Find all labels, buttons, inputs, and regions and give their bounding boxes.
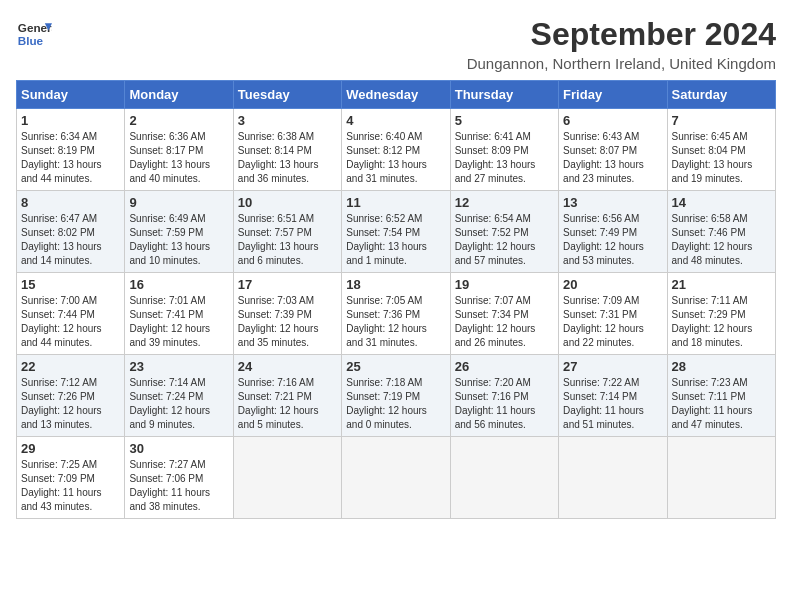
day-number: 13: [563, 195, 662, 210]
sunset-label: Sunset: 7:49 PM: [563, 227, 637, 238]
table-row: 18 Sunrise: 7:05 AM Sunset: 7:36 PM Dayl…: [342, 273, 450, 355]
calendar-week-row: 29 Sunrise: 7:25 AM Sunset: 7:09 PM Dayl…: [17, 437, 776, 519]
col-saturday: Saturday: [667, 81, 775, 109]
day-info: Sunrise: 6:45 AM Sunset: 8:04 PM Dayligh…: [672, 130, 771, 186]
sunrise-label: Sunrise: 7:01 AM: [129, 295, 205, 306]
calendar-body: 1 Sunrise: 6:34 AM Sunset: 8:19 PM Dayli…: [17, 109, 776, 519]
sunset-label: Sunset: 7:29 PM: [672, 309, 746, 320]
table-row: 2 Sunrise: 6:36 AM Sunset: 8:17 PM Dayli…: [125, 109, 233, 191]
daylight-label: Daylight: 12 hours and 48 minutes.: [672, 241, 753, 266]
day-number: 25: [346, 359, 445, 374]
day-info: Sunrise: 6:47 AM Sunset: 8:02 PM Dayligh…: [21, 212, 120, 268]
sunrise-label: Sunrise: 6:54 AM: [455, 213, 531, 224]
day-number: 9: [129, 195, 228, 210]
day-info: Sunrise: 7:22 AM Sunset: 7:14 PM Dayligh…: [563, 376, 662, 432]
sunrise-label: Sunrise: 6:36 AM: [129, 131, 205, 142]
sunset-label: Sunset: 7:11 PM: [672, 391, 746, 402]
daylight-label: Daylight: 13 hours and 44 minutes.: [21, 159, 102, 184]
day-number: 26: [455, 359, 554, 374]
daylight-label: Daylight: 11 hours and 38 minutes.: [129, 487, 210, 512]
day-info: Sunrise: 7:12 AM Sunset: 7:26 PM Dayligh…: [21, 376, 120, 432]
sunrise-label: Sunrise: 7:09 AM: [563, 295, 639, 306]
sunset-label: Sunset: 7:54 PM: [346, 227, 420, 238]
sunrise-label: Sunrise: 7:12 AM: [21, 377, 97, 388]
daylight-label: Daylight: 12 hours and 53 minutes.: [563, 241, 644, 266]
day-info: Sunrise: 6:58 AM Sunset: 7:46 PM Dayligh…: [672, 212, 771, 268]
sunrise-label: Sunrise: 7:03 AM: [238, 295, 314, 306]
logo-icon: General Blue: [16, 16, 52, 52]
logo: General Blue: [16, 16, 52, 52]
sunrise-label: Sunrise: 7:14 AM: [129, 377, 205, 388]
sunrise-label: Sunrise: 6:47 AM: [21, 213, 97, 224]
daylight-label: Daylight: 13 hours and 27 minutes.: [455, 159, 536, 184]
daylight-label: Daylight: 13 hours and 36 minutes.: [238, 159, 319, 184]
table-row: 29 Sunrise: 7:25 AM Sunset: 7:09 PM Dayl…: [17, 437, 125, 519]
sunset-label: Sunset: 8:02 PM: [21, 227, 95, 238]
day-info: Sunrise: 7:14 AM Sunset: 7:24 PM Dayligh…: [129, 376, 228, 432]
day-number: 18: [346, 277, 445, 292]
table-row: 26 Sunrise: 7:20 AM Sunset: 7:16 PM Dayl…: [450, 355, 558, 437]
sunset-label: Sunset: 8:17 PM: [129, 145, 203, 156]
day-info: Sunrise: 7:01 AM Sunset: 7:41 PM Dayligh…: [129, 294, 228, 350]
day-number: 29: [21, 441, 120, 456]
header-row: Sunday Monday Tuesday Wednesday Thursday…: [17, 81, 776, 109]
title-area: September 2024 Dungannon, Northern Irela…: [467, 16, 776, 72]
daylight-label: Daylight: 13 hours and 6 minutes.: [238, 241, 319, 266]
table-row: 15 Sunrise: 7:00 AM Sunset: 7:44 PM Dayl…: [17, 273, 125, 355]
table-row: 9 Sunrise: 6:49 AM Sunset: 7:59 PM Dayli…: [125, 191, 233, 273]
day-number: 14: [672, 195, 771, 210]
table-row: 19 Sunrise: 7:07 AM Sunset: 7:34 PM Dayl…: [450, 273, 558, 355]
sunrise-label: Sunrise: 7:00 AM: [21, 295, 97, 306]
table-row: 17 Sunrise: 7:03 AM Sunset: 7:39 PM Dayl…: [233, 273, 341, 355]
daylight-label: Daylight: 12 hours and 13 minutes.: [21, 405, 102, 430]
sunset-label: Sunset: 8:14 PM: [238, 145, 312, 156]
table-row: 20 Sunrise: 7:09 AM Sunset: 7:31 PM Dayl…: [559, 273, 667, 355]
daylight-label: Daylight: 12 hours and 0 minutes.: [346, 405, 427, 430]
daylight-label: Daylight: 13 hours and 40 minutes.: [129, 159, 210, 184]
sunset-label: Sunset: 7:31 PM: [563, 309, 637, 320]
daylight-label: Daylight: 12 hours and 44 minutes.: [21, 323, 102, 348]
sunrise-label: Sunrise: 6:40 AM: [346, 131, 422, 142]
day-number: 24: [238, 359, 337, 374]
day-number: 28: [672, 359, 771, 374]
day-number: 30: [129, 441, 228, 456]
table-row: 12 Sunrise: 6:54 AM Sunset: 7:52 PM Dayl…: [450, 191, 558, 273]
table-row: 25 Sunrise: 7:18 AM Sunset: 7:19 PM Dayl…: [342, 355, 450, 437]
sunset-label: Sunset: 7:34 PM: [455, 309, 529, 320]
daylight-label: Daylight: 13 hours and 14 minutes.: [21, 241, 102, 266]
sunrise-label: Sunrise: 6:51 AM: [238, 213, 314, 224]
sunrise-label: Sunrise: 6:34 AM: [21, 131, 97, 142]
sunrise-label: Sunrise: 7:18 AM: [346, 377, 422, 388]
calendar-header: Sunday Monday Tuesday Wednesday Thursday…: [17, 81, 776, 109]
day-number: 2: [129, 113, 228, 128]
sunset-label: Sunset: 7:06 PM: [129, 473, 203, 484]
day-info: Sunrise: 6:49 AM Sunset: 7:59 PM Dayligh…: [129, 212, 228, 268]
table-row: 11 Sunrise: 6:52 AM Sunset: 7:54 PM Dayl…: [342, 191, 450, 273]
day-number: 8: [21, 195, 120, 210]
daylight-label: Daylight: 12 hours and 22 minutes.: [563, 323, 644, 348]
sunset-label: Sunset: 7:41 PM: [129, 309, 203, 320]
table-row: 27 Sunrise: 7:22 AM Sunset: 7:14 PM Dayl…: [559, 355, 667, 437]
col-wednesday: Wednesday: [342, 81, 450, 109]
daylight-label: Daylight: 11 hours and 43 minutes.: [21, 487, 102, 512]
day-number: 27: [563, 359, 662, 374]
col-sunday: Sunday: [17, 81, 125, 109]
sunset-label: Sunset: 7:36 PM: [346, 309, 420, 320]
day-info: Sunrise: 7:07 AM Sunset: 7:34 PM Dayligh…: [455, 294, 554, 350]
daylight-label: Daylight: 12 hours and 39 minutes.: [129, 323, 210, 348]
table-row: 13 Sunrise: 6:56 AM Sunset: 7:49 PM Dayl…: [559, 191, 667, 273]
sunset-label: Sunset: 8:19 PM: [21, 145, 95, 156]
calendar-table: Sunday Monday Tuesday Wednesday Thursday…: [16, 80, 776, 519]
day-number: 23: [129, 359, 228, 374]
daylight-label: Daylight: 13 hours and 23 minutes.: [563, 159, 644, 184]
location-subtitle: Dungannon, Northern Ireland, United King…: [467, 55, 776, 72]
sunrise-label: Sunrise: 7:27 AM: [129, 459, 205, 470]
sunrise-label: Sunrise: 6:38 AM: [238, 131, 314, 142]
sunset-label: Sunset: 7:59 PM: [129, 227, 203, 238]
daylight-label: Daylight: 11 hours and 47 minutes.: [672, 405, 753, 430]
calendar-week-row: 8 Sunrise: 6:47 AM Sunset: 8:02 PM Dayli…: [17, 191, 776, 273]
day-info: Sunrise: 6:38 AM Sunset: 8:14 PM Dayligh…: [238, 130, 337, 186]
table-row: 8 Sunrise: 6:47 AM Sunset: 8:02 PM Dayli…: [17, 191, 125, 273]
day-number: 12: [455, 195, 554, 210]
sunrise-label: Sunrise: 6:49 AM: [129, 213, 205, 224]
